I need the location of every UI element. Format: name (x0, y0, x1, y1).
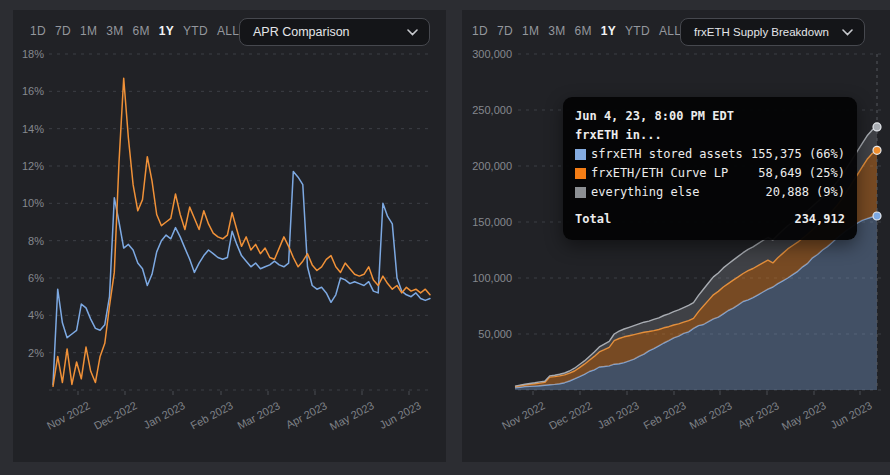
tooltip-subtitle: frxETH in... (575, 126, 845, 145)
range-3m[interactable]: 3M (106, 24, 123, 38)
range-1m[interactable]: 1M (80, 24, 97, 38)
y-tick-label: 250,000 (472, 104, 512, 116)
range-1m[interactable]: 1M (522, 24, 539, 38)
tooltip-total-label: Total (575, 210, 611, 229)
chart-tooltip: Jun 4, 23, 8:00 PM EDT frxETH in... sfrx… (563, 97, 857, 240)
y-tick-label: 4% (28, 309, 44, 321)
x-tick-label: Nov 2022 (45, 399, 92, 432)
range-3m[interactable]: 3M (548, 24, 565, 38)
y-tick-label: 200,000 (472, 160, 512, 172)
range-6m[interactable]: 6M (132, 24, 149, 38)
tooltip-row-label: everything else (591, 183, 699, 202)
chevron-down-icon (407, 29, 418, 36)
y-tick-label: 150,000 (472, 216, 512, 228)
supply-metric-dropdown[interactable]: frxETH Supply Breakdown (680, 18, 865, 46)
y-tick-label: 50,000 (478, 328, 512, 340)
y-tick-label: 14% (22, 123, 44, 135)
range-ytd[interactable]: YTD (183, 24, 208, 38)
y-tick-label: 12% (22, 160, 44, 172)
y-tick-label: 10% (22, 197, 44, 209)
range-7d[interactable]: 7D (497, 24, 513, 38)
range-1d[interactable]: 1D (472, 24, 488, 38)
tooltip-row-value: 20,888 (9%) (766, 183, 845, 202)
apr-series-orange (53, 78, 430, 386)
y-tick-label: 16% (22, 85, 44, 97)
x-tick-label: Apr 2023 (284, 399, 329, 431)
x-tick-label: Jan 2023 (141, 399, 187, 431)
x-tick-label: Jan 2023 (595, 399, 641, 431)
x-tick-label: May 2023 (780, 399, 828, 432)
apr-panel: 1D 7D 1M 3M 6M 1Y YTD ALL APR Comparison… (13, 10, 446, 462)
tooltip-total-row: Total 234,912 (575, 210, 845, 229)
x-tick-label: Feb 2023 (641, 399, 688, 431)
supply-metric-dropdown-label: frxETH Supply Breakdown (694, 26, 829, 38)
tooltip-timestamp: Jun 4, 23, 8:00 PM EDT (575, 107, 845, 126)
apr-metric-dropdown[interactable]: APR Comparison (239, 18, 430, 46)
hover-marker (873, 146, 881, 154)
tooltip-row-sfrxeth: sfrxETH stored assets 155,375 (66%) (575, 145, 845, 164)
range-1d[interactable]: 1D (30, 24, 46, 38)
legend-swatch-curve-lp (575, 168, 586, 179)
range-all[interactable]: ALL (217, 24, 239, 38)
y-tick-label: 8% (28, 235, 44, 247)
y-tick-label: 100,000 (472, 272, 512, 284)
hover-marker (873, 123, 881, 131)
tooltip-row-label: sfrxETH stored assets (591, 145, 743, 164)
tooltip-total-value: 234,912 (794, 210, 845, 229)
supply-range-selector: 1D 7D 1M 3M 6M 1Y YTD ALL (472, 24, 681, 38)
legend-swatch-sfrxeth (575, 149, 586, 160)
x-tick-label: Nov 2022 (500, 399, 547, 432)
apr-range-selector: 1D 7D 1M 3M 6M 1Y YTD ALL (30, 24, 239, 38)
tooltip-row-value: 155,375 (66%) (751, 145, 845, 164)
tooltip-row-everything-else: everything else 20,888 (9%) (575, 183, 845, 202)
x-tick-label: Mar 2023 (235, 399, 282, 431)
x-tick-label: May 2023 (328, 399, 376, 432)
supply-panel: 1D 7D 1M 3M 6M 1Y YTD ALL frxETH Supply … (462, 10, 890, 462)
y-tick-label: 2% (28, 347, 44, 359)
tooltip-row-value: 58,649 (25%) (758, 164, 845, 183)
apr-chart[interactable]: 2%4%6%8%10%12%14%16%18%Nov 2022Dec 2022J… (13, 10, 446, 462)
x-tick-label: Jun 2023 (828, 399, 874, 431)
y-tick-label: 300,000 (472, 48, 512, 60)
range-1y[interactable]: 1Y (159, 24, 174, 38)
x-tick-label: Dec 2022 (92, 399, 139, 432)
y-tick-label: 18% (22, 48, 44, 60)
range-7d[interactable]: 7D (55, 24, 71, 38)
frxeth-dashboard: 1D 7D 1M 3M 6M 1Y YTD ALL APR Comparison… (0, 0, 890, 475)
range-1y[interactable]: 1Y (601, 24, 616, 38)
tooltip-row-label: frxETH/ETH Curve LP (591, 164, 728, 183)
range-6m[interactable]: 6M (574, 24, 591, 38)
range-ytd[interactable]: YTD (625, 24, 650, 38)
x-tick-label: Dec 2022 (547, 399, 594, 432)
hover-marker (873, 212, 881, 220)
apr-metric-dropdown-label: APR Comparison (253, 25, 350, 39)
y-tick-label: 6% (28, 272, 44, 284)
x-tick-label: Jun 2023 (377, 399, 423, 431)
tooltip-row-curve-lp: frxETH/ETH Curve LP 58,649 (25%) (575, 164, 845, 183)
x-tick-label: Feb 2023 (188, 399, 235, 431)
legend-swatch-everything-else (575, 187, 586, 198)
range-all[interactable]: ALL (659, 24, 681, 38)
x-tick-label: Mar 2023 (687, 399, 734, 431)
x-tick-label: Apr 2023 (736, 399, 781, 431)
chevron-down-icon (842, 29, 853, 36)
